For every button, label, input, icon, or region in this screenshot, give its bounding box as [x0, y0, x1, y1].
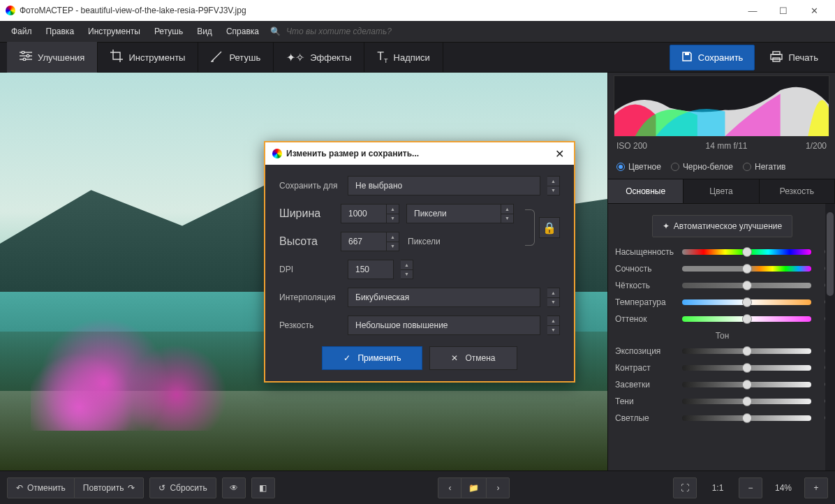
tab-enhancements-label: Улучшения: [38, 52, 84, 63]
redo-button[interactable]: Повторить↷: [74, 477, 145, 498]
fit-screen-button[interactable]: ⛶: [673, 477, 697, 498]
undo-button[interactable]: ↶Отменить: [7, 477, 75, 498]
units-select[interactable]: Пиксели: [406, 204, 501, 223]
menu-help[interactable]: Справка: [221, 24, 265, 39]
lock-icon: 🔒: [542, 221, 556, 235]
tab-effects-label: Эффекты: [310, 52, 351, 63]
lock-ratio-button[interactable]: 🔒: [539, 217, 560, 238]
slider-shadows[interactable]: [682, 399, 811, 404]
chevron-right-icon: ›: [496, 483, 499, 493]
next-image-button[interactable]: ›: [486, 477, 510, 498]
slider-exposure[interactable]: [682, 348, 811, 354]
save-for-spinner[interactable]: ▲▼: [547, 176, 560, 195]
apply-button[interactable]: ✓Применить: [322, 346, 422, 370]
color-mode-group: Цветное Черно-белое Негатив: [608, 155, 835, 179]
scrollbar[interactable]: [825, 204, 835, 470]
width-input[interactable]: [341, 204, 387, 223]
open-folder-button[interactable]: 📁: [461, 477, 487, 498]
slider-temperature[interactable]: [682, 299, 811, 305]
mode-color[interactable]: Цветное: [616, 162, 661, 172]
adjustments-body: ✦ Автоматическое улучшение Насыщенность0…: [608, 204, 835, 470]
eye-icon: 👁: [230, 483, 238, 493]
units-spinner[interactable]: ▲▼: [501, 204, 514, 223]
exif-shutter: 1/200: [806, 141, 827, 151]
slider-shadows-label: Тени: [615, 396, 678, 406]
svg-point-4: [27, 54, 29, 57]
text-icon: TT: [377, 50, 387, 64]
tab-retouch[interactable]: Ретушь: [198, 42, 274, 73]
compare-button[interactable]: ◧: [251, 477, 275, 498]
save-button[interactable]: Сохранить: [670, 45, 755, 71]
sharpen-select[interactable]: Небольшое повышение: [348, 316, 540, 335]
interpolation-spinner[interactable]: ▲▼: [547, 288, 560, 307]
interpolation-select[interactable]: Бикубическая: [348, 288, 540, 307]
dpi-input[interactable]: [348, 260, 394, 279]
tone-section-header: Тон: [615, 331, 829, 341]
zoom-out-button[interactable]: −: [739, 477, 762, 498]
prev-image-button[interactable]: ‹: [438, 477, 461, 498]
chevron-left-icon: ‹: [448, 483, 451, 493]
sharpen-label: Резкость: [279, 320, 341, 330]
right-panel: ISO 200 14 mm f/11 1/200 Цветное Черно-б…: [607, 73, 835, 470]
save-button-label: Сохранить: [698, 52, 744, 63]
slider-tint[interactable]: [682, 316, 811, 322]
auto-enhance-button[interactable]: ✦ Автоматическое улучшение: [652, 215, 792, 237]
minus-icon: −: [748, 483, 753, 493]
tab-tools[interactable]: Инструменты: [98, 42, 198, 73]
slider-exposure-label: Экспозиция: [615, 346, 678, 356]
minimize-button[interactable]: —: [737, 0, 768, 21]
redo-icon: ↷: [128, 483, 135, 493]
width-spinner[interactable]: ▲▼: [387, 204, 399, 223]
slider-vibrance[interactable]: [682, 266, 811, 272]
slider-saturation[interactable]: [682, 249, 811, 255]
close-window-button[interactable]: ✕: [799, 0, 829, 21]
main-toolbar: Улучшения Инструменты Ретушь ✦✧ Эффекты …: [0, 42, 835, 73]
tab-text[interactable]: TT Надписи: [364, 42, 443, 73]
menu-tools[interactable]: Инструменты: [82, 24, 146, 39]
reset-button[interactable]: ↺Сбросить: [149, 477, 216, 498]
radio-icon: [671, 163, 679, 171]
slider-clarity-label: Чёткость: [615, 281, 678, 290]
close-icon: ✕: [451, 353, 458, 363]
check-icon: ✓: [343, 353, 350, 363]
dpi-spinner[interactable]: ▲▼: [401, 260, 413, 279]
plus-icon: +: [814, 483, 819, 493]
search-input[interactable]: Что вы хотите сделать?: [286, 27, 392, 36]
menu-view[interactable]: Вид: [191, 24, 218, 39]
mode-negative[interactable]: Негатив: [743, 162, 785, 172]
zoom-ratio-label[interactable]: 1:1: [702, 483, 733, 493]
slider-clarity[interactable]: [682, 283, 811, 288]
mode-bw[interactable]: Черно-белое: [671, 162, 733, 172]
adj-tab-basic[interactable]: Основные: [608, 179, 683, 203]
resize-dialog: Изменить размер и сохранить... ✕ Сохрани…: [264, 141, 575, 383]
save-for-select[interactable]: Не выбрано: [348, 176, 540, 195]
cancel-button[interactable]: ✕Отмена: [429, 346, 517, 370]
preview-toggle-button[interactable]: 👁: [222, 477, 246, 498]
tab-effects[interactable]: ✦✧ Эффекты: [274, 42, 364, 73]
height-label: Высота: [279, 235, 341, 248]
search-icon[interactable]: 🔍: [270, 27, 281, 36]
zoom-in-button[interactable]: +: [804, 477, 828, 498]
histogram[interactable]: [614, 75, 829, 137]
dialog-close-button[interactable]: ✕: [552, 147, 567, 161]
adj-tab-colors[interactable]: Цвета: [683, 179, 759, 203]
adj-tab-sharpness[interactable]: Резкость: [760, 179, 835, 203]
tab-enhancements[interactable]: Улучшения: [7, 42, 98, 73]
maximize-button[interactable]: ☐: [768, 0, 799, 21]
zoom-percent-label: 14%: [768, 483, 799, 493]
slider-highlights[interactable]: [682, 382, 811, 387]
save-icon: [681, 51, 693, 64]
save-for-label: Сохранить для: [279, 181, 341, 191]
svg-rect-6: [685, 52, 689, 55]
tab-retouch-label: Ретушь: [229, 52, 260, 63]
height-input[interactable]: [341, 232, 387, 251]
height-spinner[interactable]: ▲▼: [387, 232, 399, 251]
menu-retouch[interactable]: Ретушь: [149, 24, 189, 39]
menu-file[interactable]: Файл: [6, 24, 38, 39]
svg-point-3: [22, 51, 24, 54]
menu-edit[interactable]: Правка: [40, 24, 80, 39]
print-button[interactable]: Печать: [760, 45, 828, 70]
sharpen-spinner[interactable]: ▲▼: [547, 316, 560, 335]
slider-whites[interactable]: [682, 415, 811, 421]
slider-contrast[interactable]: [682, 365, 811, 371]
